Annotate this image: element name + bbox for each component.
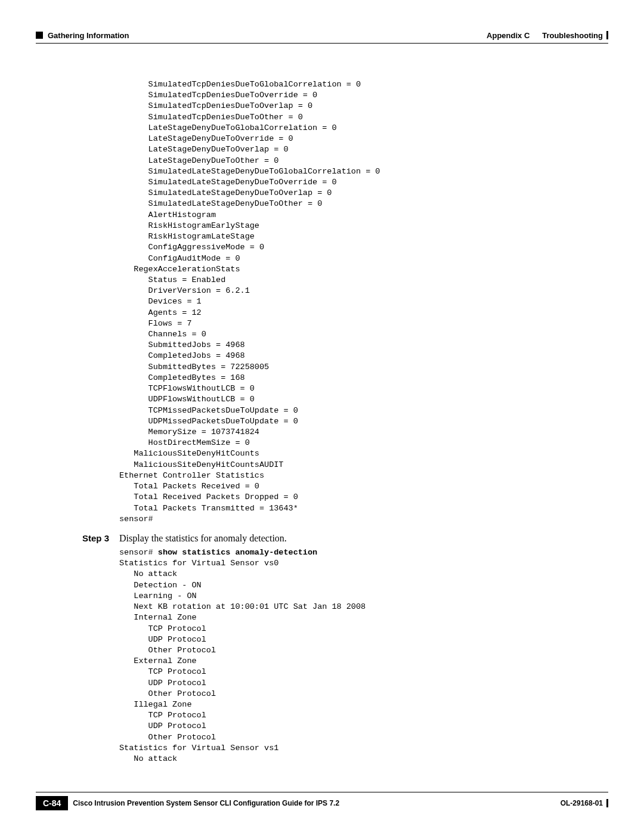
footer-rule <box>36 792 608 792</box>
page-number-badge: C-84 <box>36 796 68 810</box>
page-header: Gathering Information Appendix C Trouble… <box>36 30 608 41</box>
code-block-2: sensor# show statistics anomaly-detectio… <box>119 547 608 764</box>
step-instruction: Display the statistics for anomaly detec… <box>119 533 287 544</box>
header-right: Appendix C Troubleshooting <box>487 30 608 41</box>
step-row: Step 3 Display the statistics for anomal… <box>36 533 608 544</box>
cli-output: Statistics for Virtual Sensor vs0 No att… <box>119 559 366 763</box>
header-rule <box>36 43 608 44</box>
step-label: Step 3 <box>36 533 119 543</box>
header-title: Troubleshooting <box>542 31 603 40</box>
code-block-1: SimulatedTcpDeniesDueToGlobalCorrelation… <box>119 79 608 525</box>
header-section-title: Gathering Information <box>48 31 129 40</box>
header-appendix: Appendix C <box>487 31 530 40</box>
doc-id-text: OL-29168-01 <box>561 799 603 807</box>
square-marker-icon <box>36 32 43 39</box>
footer-content: C-84 Cisco Intrusion Prevention System S… <box>36 796 608 810</box>
rule-marker-icon <box>606 31 608 39</box>
page-footer: C-84 Cisco Intrusion Prevention System S… <box>36 792 608 810</box>
rule-marker-icon <box>606 799 608 807</box>
doc-id: OL-29168-01 <box>561 799 608 807</box>
header-left: Gathering Information <box>36 31 129 40</box>
page-container: Gathering Information Appendix C Trouble… <box>0 0 644 833</box>
cli-command: show statistics anomaly-detection <box>158 548 317 557</box>
doc-title: Cisco Intrusion Prevention System Sensor… <box>73 799 339 807</box>
footer-left: C-84 Cisco Intrusion Prevention System S… <box>36 796 339 810</box>
cli-prompt: sensor# <box>119 548 158 557</box>
